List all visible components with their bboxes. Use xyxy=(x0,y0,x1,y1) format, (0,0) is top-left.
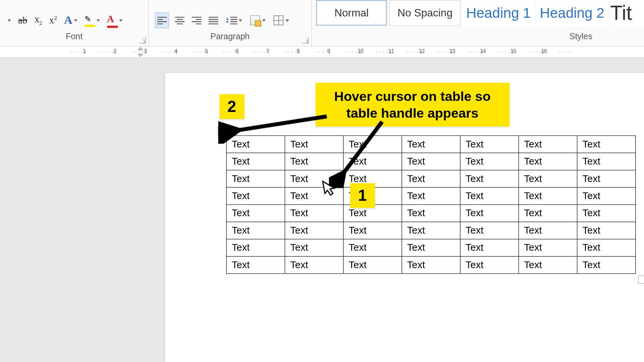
table-cell[interactable]: Text xyxy=(577,136,635,153)
section-label-styles: Styles xyxy=(312,32,644,44)
table-row[interactable]: TextTextTextTextTextTextText xyxy=(226,153,636,170)
table-cell[interactable]: Text xyxy=(285,205,343,222)
font-dialog-launcher[interactable] xyxy=(140,37,146,43)
table-row[interactable]: TextTextTextTextTextTextText xyxy=(226,239,636,256)
table-cell[interactable]: Text xyxy=(401,187,460,204)
svg-line-0 xyxy=(236,116,327,130)
font-color-button[interactable]: A xyxy=(106,12,124,28)
table-cell[interactable]: Text xyxy=(401,205,460,222)
table-cell[interactable]: Text xyxy=(285,153,343,170)
table-cell[interactable]: Text xyxy=(285,187,343,204)
table-cell[interactable]: Text xyxy=(401,153,460,170)
table-cell[interactable]: Text xyxy=(577,153,635,170)
table-cell[interactable]: Text xyxy=(226,136,285,153)
table-row[interactable]: TextTextTextTextTextTextText xyxy=(226,222,636,239)
text-effects-button[interactable]: A xyxy=(63,12,78,28)
table-cell[interactable]: Text xyxy=(285,222,343,239)
table-cell[interactable]: Text xyxy=(285,239,343,256)
align-left-button[interactable] xyxy=(155,12,169,28)
table-cell[interactable]: Text xyxy=(460,170,518,187)
table-cell[interactable]: Text xyxy=(577,170,635,187)
style-no-spacing[interactable]: No Spacing xyxy=(390,0,461,26)
table-cell[interactable]: Text xyxy=(519,153,577,170)
table-cell[interactable]: Text xyxy=(226,187,285,204)
highlight-button[interactable]: ✎ xyxy=(83,12,101,28)
table-cell[interactable]: Text xyxy=(519,170,577,187)
table-cell[interactable]: Text xyxy=(519,136,577,153)
table-cell[interactable]: Text xyxy=(460,187,518,204)
table-cell[interactable]: Text xyxy=(401,136,460,153)
callout-line1: Hover cursor on table so xyxy=(334,89,491,104)
style-heading1[interactable]: Heading 1 xyxy=(463,0,534,26)
table-cell[interactable]: Text xyxy=(401,222,460,239)
table-cell[interactable]: Text xyxy=(460,153,518,170)
section-label-font: Font xyxy=(0,32,148,44)
annotation-step-2: 2 xyxy=(219,94,244,119)
shading-button[interactable] xyxy=(248,12,267,28)
table-cell[interactable]: Text xyxy=(226,205,285,222)
borders-button[interactable] xyxy=(271,12,290,28)
table-cell[interactable]: Text xyxy=(285,256,343,274)
style-heading2[interactable]: Heading 2 xyxy=(537,0,607,26)
table-cell[interactable]: Text xyxy=(343,239,401,256)
table-cell[interactable]: Text xyxy=(343,153,401,170)
table-cell[interactable]: Text xyxy=(519,256,577,274)
table-cell[interactable]: Text xyxy=(460,239,518,256)
superscript-button[interactable]: x2 xyxy=(48,12,58,28)
style-title[interactable]: Tit xyxy=(610,0,644,26)
table-move-handle[interactable]: ✥ xyxy=(218,127,227,136)
section-label-paragraph: Paragraph xyxy=(149,32,311,44)
horizontal-ruler[interactable]: 12345678910111213141516 xyxy=(0,47,644,58)
table-cell[interactable]: Text xyxy=(519,205,577,222)
table-cell[interactable]: Text xyxy=(577,187,635,204)
strikethrough-button[interactable]: ab xyxy=(17,12,29,28)
style-normal[interactable]: Normal xyxy=(316,0,387,26)
table-cell[interactable]: Text xyxy=(577,239,635,256)
align-right-button[interactable] xyxy=(191,12,203,28)
table-cell[interactable]: Text xyxy=(577,256,635,274)
table-cell[interactable]: Text xyxy=(343,136,401,153)
font-size-dropdown[interactable] xyxy=(6,12,12,28)
subscript-button[interactable]: x2 xyxy=(33,12,44,28)
table-cell[interactable]: Text xyxy=(577,205,635,222)
table-resize-handle[interactable] xyxy=(638,276,644,284)
table-cell[interactable]: Text xyxy=(226,222,285,239)
ribbon-section-paragraph: ▲▼ Paragraph xyxy=(149,0,312,46)
table-cell[interactable]: Text xyxy=(226,256,285,274)
ribbon-section-font: ab x2 x2 A ✎ A Font xyxy=(0,0,149,46)
table-row[interactable]: TextTextTextTextTextTextText xyxy=(226,256,636,274)
table-cell[interactable]: Text xyxy=(519,187,577,204)
table-cell[interactable]: Text xyxy=(226,239,285,256)
table-cell[interactable]: Text xyxy=(343,256,401,274)
line-spacing-button[interactable]: ▲▼ xyxy=(224,12,244,28)
table-cell[interactable]: Text xyxy=(285,136,343,153)
table-cell[interactable]: Text xyxy=(460,222,518,239)
ribbon: ab x2 x2 A ✎ A Font ▲▼ xyxy=(0,0,644,47)
table-row[interactable]: TextTextTextTextTextTextText xyxy=(226,170,636,187)
table-cell[interactable]: Text xyxy=(226,153,285,170)
ribbon-section-styles: Normal No Spacing Heading 1 Heading 2 Ti… xyxy=(312,0,644,46)
annotation-step-1: 1 xyxy=(350,183,375,208)
paragraph-dialog-launcher[interactable] xyxy=(303,37,309,43)
document-table[interactable]: TextTextTextTextTextTextTextTextTextText… xyxy=(226,135,636,274)
table-row[interactable]: TextTextTextTextTextTextText xyxy=(226,187,636,204)
annotation-callout: Hover cursor on table so table handle ap… xyxy=(316,83,509,127)
table-cell[interactable]: Text xyxy=(401,239,460,256)
table-cell[interactable]: Text xyxy=(460,205,518,222)
table-cell[interactable]: Text xyxy=(519,222,577,239)
table-row[interactable]: TextTextTextTextTextTextText xyxy=(226,136,636,153)
table-cell[interactable]: Text xyxy=(460,256,518,274)
table-cell[interactable]: Text xyxy=(460,136,518,153)
align-center-button[interactable] xyxy=(173,12,186,28)
table-cell[interactable]: Text xyxy=(401,256,460,274)
table-cell[interactable]: Text xyxy=(343,222,401,239)
table-cell[interactable]: Text xyxy=(519,239,577,256)
table-row[interactable]: TextTextTextTextTextTextText xyxy=(226,205,636,222)
table-cell[interactable]: Text xyxy=(226,170,285,187)
align-justify-button[interactable] xyxy=(207,12,220,28)
table-cell[interactable]: Text xyxy=(401,170,460,187)
table-cell[interactable]: Text xyxy=(285,170,343,187)
table-cell[interactable]: Text xyxy=(577,222,635,239)
document-page[interactable]: ✥ TextTextTextTextTextTextTextTextTextTe… xyxy=(165,73,644,362)
document-workspace: ✥ TextTextTextTextTextTextTextTextTextTe… xyxy=(0,58,644,362)
